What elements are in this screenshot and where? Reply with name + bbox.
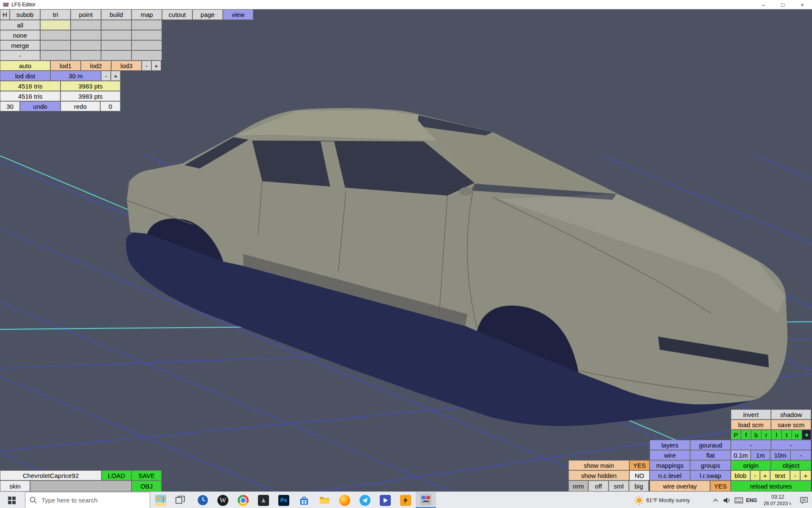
- channel-l-button[interactable]: l: [771, 430, 782, 440]
- blob-button[interactable]: blob: [731, 470, 750, 480]
- taskbar-app-store[interactable]: [294, 492, 314, 508]
- blob-plus-button[interactable]: +: [760, 470, 770, 480]
- layers-dash2-button[interactable]: -: [771, 440, 811, 450]
- touch-keyboard-button[interactable]: [733, 492, 744, 508]
- select-grid-cell[interactable]: [101, 40, 132, 50]
- menu-view-button-active[interactable]: view: [223, 9, 253, 20]
- close-button[interactable]: ×: [793, 0, 812, 9]
- weather-icon[interactable]: [633, 492, 645, 508]
- menu-point-button[interactable]: point: [71, 9, 101, 20]
- taskbar-app-dark[interactable]: [253, 492, 274, 508]
- menu-page-button[interactable]: page: [192, 9, 223, 20]
- lod-dist-plus-button[interactable]: +: [111, 71, 121, 81]
- lod1-button[interactable]: lod1: [50, 61, 81, 71]
- mappings-button[interactable]: mappings: [650, 460, 690, 470]
- snap-1m-button[interactable]: 1m: [751, 450, 770, 460]
- taskbar-app-chrome[interactable]: [233, 492, 253, 508]
- origin-button[interactable]: origin: [731, 460, 771, 470]
- select-grid-cell[interactable]: [40, 30, 71, 40]
- channel-u-button[interactable]: u: [792, 430, 802, 440]
- taskbar-app-firefox[interactable]: [335, 492, 355, 508]
- channel-dot-button[interactable]: [802, 430, 811, 440]
- taskbar-app-media[interactable]: [375, 492, 395, 508]
- select-grid-cell-active[interactable]: [40, 20, 71, 30]
- minimize-button[interactable]: –: [754, 0, 773, 9]
- select-grid-cell[interactable]: [101, 50, 132, 61]
- obj-button[interactable]: OBJ: [132, 480, 162, 491]
- select-none-button[interactable]: none: [0, 30, 40, 40]
- layers-button[interactable]: layers: [650, 440, 690, 450]
- snap-dash-button[interactable]: -: [790, 450, 811, 460]
- search-input[interactable]: [41, 496, 144, 504]
- select-all-button[interactable]: all: [0, 20, 40, 30]
- off-button[interactable]: off: [588, 480, 609, 491]
- wire-overlay-value[interactable]: YES: [710, 480, 731, 491]
- select-grid-cell[interactable]: [101, 30, 132, 40]
- show-hidden-value[interactable]: NO: [629, 470, 650, 480]
- channel-p-button[interactable]: P: [731, 430, 741, 440]
- select-grid-cell[interactable]: [71, 50, 101, 61]
- taskbar-app-clock[interactable]: [192, 492, 213, 508]
- save-button[interactable]: SAVE: [132, 470, 162, 480]
- lod3-button[interactable]: lod3: [111, 61, 142, 71]
- select-merge-button[interactable]: merge: [0, 40, 40, 50]
- text-button[interactable]: text: [770, 470, 790, 480]
- undo-button[interactable]: undo: [20, 101, 60, 111]
- show-hidden-button[interactable]: show hidden: [568, 470, 629, 480]
- snap-01m-button-active[interactable]: 0.1m: [731, 450, 751, 460]
- wire-button[interactable]: wire: [650, 450, 690, 460]
- menu-map-button[interactable]: map: [132, 9, 162, 20]
- viewport-3d[interactable]: [0, 0, 812, 508]
- show-main-button[interactable]: show main: [568, 460, 629, 470]
- select-grid-cell[interactable]: [40, 50, 71, 61]
- lod-dist-value[interactable]: 30 m: [50, 71, 101, 81]
- reload-textures-button[interactable]: reload textures: [731, 480, 811, 491]
- menu-tri-button[interactable]: tri: [40, 9, 71, 20]
- taskbar-app-photoshop[interactable]: Ps: [274, 492, 294, 508]
- gouraud-button[interactable]: gouraud: [690, 440, 731, 450]
- redo-button[interactable]: redo: [60, 101, 100, 111]
- channel-b-button[interactable]: b: [751, 430, 761, 440]
- lod-dist-minus-button[interactable]: -: [101, 71, 111, 81]
- lod-auto-button[interactable]: auto: [0, 61, 50, 71]
- lr-swap-button[interactable]: l.r.swap: [690, 470, 731, 480]
- task-view-button[interactable]: [170, 492, 190, 508]
- load-button[interactable]: LOAD: [102, 470, 132, 480]
- save-scm-button[interactable]: save scm: [771, 420, 811, 430]
- language-indicator[interactable]: ENG: [744, 492, 759, 508]
- object-button[interactable]: object: [771, 460, 811, 470]
- channel-r-button[interactable]: r: [761, 430, 771, 440]
- taskbar-app-lfs-active[interactable]: [416, 492, 436, 508]
- groups-button[interactable]: groups: [690, 460, 731, 470]
- start-button[interactable]: [0, 492, 24, 508]
- skin-button[interactable]: skin: [0, 480, 30, 491]
- select-grid-cell[interactable]: [71, 30, 101, 40]
- taskbar-clock[interactable]: 03:12 28.07.2023 r.: [760, 492, 796, 508]
- menu-subob-button[interactable]: subob: [10, 9, 40, 20]
- taskbar-app-explorer[interactable]: [314, 492, 335, 508]
- select-grid-cell[interactable]: [71, 20, 101, 30]
- shadow-button[interactable]: shadow: [771, 409, 811, 420]
- select-grid-cell[interactable]: [101, 20, 132, 30]
- snap-10m-button[interactable]: 10m: [770, 450, 790, 460]
- action-center-button[interactable]: [798, 492, 810, 508]
- text-minus-button[interactable]: -: [790, 470, 800, 480]
- maximize-button[interactable]: □: [773, 0, 793, 9]
- menu-cutout-button[interactable]: cutout: [162, 9, 192, 20]
- weather-status[interactable]: 61°F Mostly sunny: [646, 492, 710, 508]
- skin-name-field[interactable]: [30, 480, 132, 491]
- select-grid-cell[interactable]: [40, 40, 71, 50]
- lod-minus-button[interactable]: -: [142, 61, 151, 71]
- nc-level-button[interactable]: n.c.level: [650, 470, 690, 480]
- taskbar-app-wiki[interactable]: W: [213, 492, 233, 508]
- select-grid-cell[interactable]: [71, 40, 101, 50]
- search-highlights-icon[interactable]: [151, 492, 170, 508]
- text-plus-button[interactable]: +: [800, 470, 811, 480]
- volume-button[interactable]: [721, 492, 732, 508]
- taskbar-app-winamp[interactable]: [395, 492, 416, 508]
- menu-h-button[interactable]: H: [0, 9, 10, 20]
- load-scm-button[interactable]: load scm: [731, 420, 771, 430]
- show-main-value[interactable]: YES: [629, 460, 650, 470]
- select-grid-cell[interactable]: [132, 30, 162, 40]
- select-grid-cell[interactable]: [132, 50, 162, 61]
